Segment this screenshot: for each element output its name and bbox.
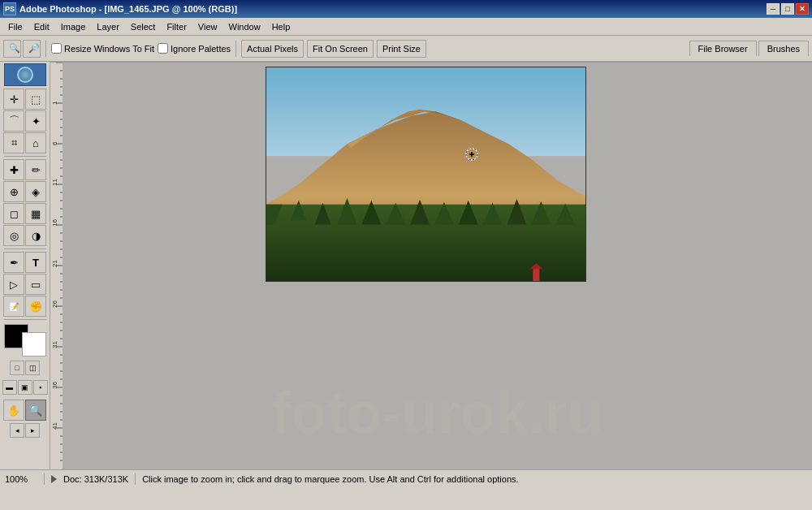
svg-rect-19 — [533, 269, 539, 281]
fit-on-screen-button[interactable]: Fit On Screen — [307, 40, 374, 58]
pen-tool[interactable]: ✒ — [3, 252, 24, 273]
toolbar: 🔍 🔎 Resize Windows To Fit Ignore Palette… — [0, 36, 812, 62]
crop-tool[interactable]: ⌗ — [3, 132, 24, 153]
type-tool[interactable]: T — [25, 252, 46, 273]
shape-tool[interactable]: ▭ — [25, 274, 46, 295]
menu-item-edit[interactable]: Edit — [29, 20, 54, 33]
notes-tool[interactable]: 📝 — [3, 296, 24, 317]
move-tool[interactable]: ✛ — [3, 89, 24, 110]
ruler-left — [50, 63, 63, 469]
canvas-viewport[interactable]: foto-urok.ru — [63, 63, 812, 469]
eraser-tool[interactable]: ◻ — [3, 203, 24, 224]
status-divider — [44, 473, 45, 485]
actual-pixels-button[interactable]: Actual Pixels — [241, 40, 304, 58]
tool-row-5: ⊕ ◈ — [3, 181, 46, 202]
menu-item-select[interactable]: Select — [126, 20, 161, 33]
status-zoom: 100% — [5, 474, 37, 484]
menu-item-filter[interactable]: Filter — [162, 20, 191, 33]
extra-btn-1[interactable]: ◂ — [10, 423, 24, 438]
ignore-palettes-label: Ignore Palettes — [171, 44, 231, 54]
zoom-out-button[interactable]: 🔎 — [23, 40, 41, 58]
marquee-tool[interactable]: ⬚ — [25, 89, 46, 110]
mountain-svg — [266, 67, 585, 281]
close-button[interactable]: ✕ — [796, 3, 809, 15]
ignore-palettes-checkbox[interactable]: Ignore Palettes — [158, 43, 231, 54]
print-size-button[interactable]: Print Size — [377, 40, 426, 58]
fullscreen-menu-button[interactable]: ▪ — [33, 380, 48, 395]
title-text: Adobe Photoshop - [IMG_1465.JPG @ 100% (… — [19, 4, 237, 14]
title-bar: PS Adobe Photoshop - [IMG_1465.JPG @ 100… — [0, 0, 812, 18]
tool-row-4: ✚ ✏ — [3, 159, 46, 180]
maximize-button[interactable]: □ — [781, 3, 794, 15]
magic-wand-tool[interactable]: ✦ — [25, 110, 46, 132]
brushes-tab[interactable]: Brushes — [758, 41, 809, 56]
minimize-button[interactable]: ─ — [767, 3, 780, 15]
zoom-tool[interactable]: 🔍 — [25, 400, 46, 421]
tool-row-7: ◎ ◑ — [3, 225, 46, 246]
menu-bar: FileEditImageLayerSelectFilterViewWindow… — [0, 18, 812, 36]
heal-tool[interactable]: ✚ — [3, 159, 24, 180]
color-picker[interactable] — [4, 324, 46, 357]
view-mode-buttons: ▬ ▣ ▪ — [2, 380, 48, 395]
file-browser-tab[interactable]: File Browser — [689, 41, 757, 56]
vertical-ruler-canvas — [50, 63, 63, 469]
canvas-area: foto-urok.ru — [50, 62, 812, 469]
tool-row-3: ⌗ ⌂ — [3, 132, 46, 153]
menu-item-image[interactable]: Image — [56, 20, 91, 33]
brush-tool[interactable]: ✏ — [25, 159, 46, 180]
hand-tool[interactable]: ✋ — [3, 400, 24, 421]
tool-divider-1 — [4, 156, 46, 157]
canvas-content: foto-urok.ru — [50, 63, 812, 469]
tool-divider-2 — [4, 249, 46, 249]
history-brush-tool[interactable]: ◈ — [25, 181, 46, 202]
resize-windows-checkbox[interactable]: Resize Windows To Fit — [51, 43, 154, 54]
tool-row-8: ✒ T — [3, 252, 46, 273]
zoom-tool-button[interactable]: 🔍 — [3, 40, 21, 58]
menu-item-file[interactable]: File — [3, 20, 28, 33]
tool-row-9: ▷ ▭ — [3, 274, 46, 295]
image-container[interactable] — [266, 67, 586, 282]
tool-row-hand-zoom: ✋ 🔍 — [3, 400, 46, 421]
menu-item-layer[interactable]: Layer — [92, 20, 124, 33]
dodge-tool[interactable]: ◑ — [25, 225, 46, 246]
status-doc-info: Doc: 313K/313K — [63, 474, 128, 484]
tool-row-2: ⌒ ✦ — [3, 110, 46, 132]
ignore-palettes-input[interactable] — [158, 43, 168, 54]
slice-tool[interactable]: ⌂ — [25, 132, 46, 153]
status-arrow[interactable] — [51, 475, 57, 483]
main-area: ✛ ⬚ ⌒ ✦ ⌗ ⌂ ✚ ✏ ⊕ ◈ ◻ ▦ ◎ ◑ ✒ — [0, 62, 812, 469]
quick-mask-mode-button[interactable]: ◫ — [25, 361, 40, 375]
status-hint: Click image to zoom in; click and drag t… — [142, 474, 518, 484]
blur-tool[interactable]: ◎ — [3, 225, 24, 246]
tool-row-6: ◻ ▦ — [3, 203, 46, 224]
lasso-tool[interactable]: ⌒ — [3, 110, 24, 132]
app-icon: PS — [3, 2, 16, 15]
mode-buttons: □ ◫ — [10, 361, 40, 375]
fullscreen-button[interactable]: ▣ — [18, 380, 32, 395]
tool-divider-3 — [4, 319, 46, 320]
tool-row-1: ✛ ⬚ — [3, 89, 46, 110]
toolbox: ✛ ⬚ ⌒ ✦ ⌗ ⌂ ✚ ✏ ⊕ ◈ ◻ ▦ ◎ ◑ ✒ — [0, 62, 50, 469]
gradient-tool[interactable]: ▦ — [25, 203, 46, 224]
background-color[interactable] — [22, 332, 46, 357]
status-bar: 100% Doc: 313K/313K Click image to zoom … — [0, 469, 812, 487]
watermark: foto-urok.ru — [272, 379, 603, 446]
mountain-photo — [266, 67, 585, 281]
extra-btn-2[interactable]: ▸ — [25, 423, 40, 438]
path-select-tool[interactable]: ▷ — [3, 274, 24, 295]
resize-windows-label: Resize Windows To Fit — [64, 44, 154, 54]
tool-row-10: 📝 ✊ — [3, 296, 46, 317]
standard-mode-button[interactable]: □ — [10, 361, 24, 375]
menu-item-window[interactable]: Window — [224, 20, 266, 33]
menu-item-view[interactable]: View — [193, 20, 222, 33]
status-divider-2 — [135, 473, 136, 485]
title-bar-left: PS Adobe Photoshop - [IMG_1465.JPG @ 100… — [3, 2, 237, 15]
clone-tool[interactable]: ⊕ — [3, 181, 24, 202]
menu-item-help[interactable]: Help — [267, 20, 296, 33]
panel-tabs: File Browser Brushes — [689, 41, 809, 56]
title-controls[interactable]: ─ □ ✕ — [767, 3, 809, 15]
standard-screen-button[interactable]: ▬ — [2, 380, 17, 395]
eyedrop-tool[interactable]: ✊ — [25, 296, 46, 317]
resize-windows-input[interactable] — [51, 43, 62, 54]
